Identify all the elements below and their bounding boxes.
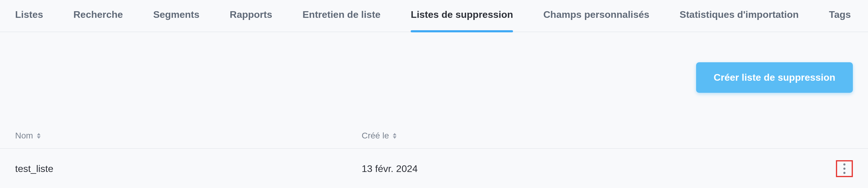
svg-point-0 — [843, 163, 846, 165]
svg-point-2 — [843, 172, 846, 174]
sort-icon — [393, 133, 397, 139]
tab-champs-personnalises[interactable]: Champs personnalisés — [543, 0, 649, 32]
tab-segments[interactable]: Segments — [153, 0, 199, 32]
suppression-lists-table: Nom Créé le test_liste 13 févr. 2024 — [0, 123, 868, 188]
tabs-navigation: Listes Recherche Segments Rapports Entre… — [0, 0, 868, 32]
tab-listes-de-suppression[interactable]: Listes de suppression — [411, 0, 513, 32]
tab-recherche[interactable]: Recherche — [73, 0, 123, 32]
column-header-name-label: Nom — [15, 131, 33, 141]
tab-rapports[interactable]: Rapports — [230, 0, 272, 32]
column-header-created[interactable]: Créé le — [362, 131, 816, 141]
column-header-created-label: Créé le — [362, 131, 389, 141]
table-header-row: Nom Créé le — [0, 123, 868, 149]
create-suppression-list-button[interactable]: Créer liste de suppression — [696, 62, 853, 93]
tab-entretien-de-liste[interactable]: Entretien de liste — [303, 0, 381, 32]
sort-icon — [37, 133, 41, 139]
tab-listes[interactable]: Listes — [15, 0, 43, 32]
column-header-name[interactable]: Nom — [15, 131, 362, 141]
row-name: test_liste — [15, 163, 53, 174]
svg-point-1 — [843, 168, 846, 170]
row-created-date: 13 févr. 2024 — [362, 163, 417, 174]
tab-statistiques-importation[interactable]: Statistiques d'importation — [680, 0, 799, 32]
more-vertical-icon — [843, 163, 846, 175]
tab-tags[interactable]: Tags — [829, 0, 851, 32]
row-more-actions-button[interactable] — [836, 160, 853, 177]
table-row: test_liste 13 févr. 2024 — [0, 149, 868, 188]
action-bar: Créer liste de suppression — [0, 32, 868, 93]
